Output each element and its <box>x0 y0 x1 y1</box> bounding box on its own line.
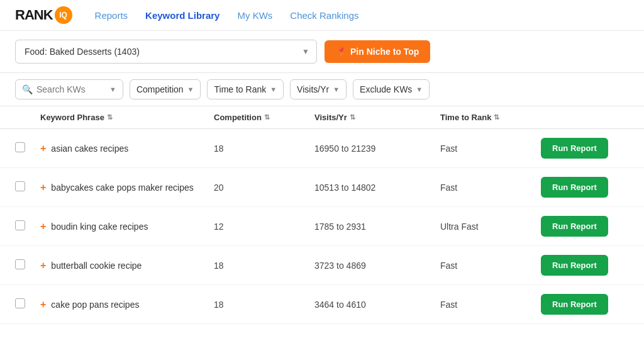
time-to-rank-filter-label: Time to Rank <box>214 84 266 94</box>
col-visits[interactable]: Visits/Yr ⇅ <box>314 113 440 122</box>
competition-filter-arrow-icon: ▼ <box>187 86 194 93</box>
row-checkbox-wrap <box>15 298 40 310</box>
col-visits-label: Visits/Yr <box>314 113 347 122</box>
col-competition-label: Competition <box>214 113 262 122</box>
nav-check-rankings[interactable]: Check Rankings <box>290 10 358 21</box>
table-row: + asian cakes recipes 18 16950 to 21239 … <box>0 129 644 168</box>
col-time-label: Time to Rank <box>440 113 491 122</box>
row-keyword: + butterball cookie recipe <box>40 260 214 271</box>
table-row: + boudin king cake recipes 12 1785 to 29… <box>0 207 644 246</box>
niche-select[interactable]: Food: Baked Desserts (1403) <box>15 40 317 64</box>
add-keyword-icon[interactable]: + <box>40 143 46 154</box>
row-keyword: + babycakes cake pops maker recipes <box>40 182 214 193</box>
logo: RANK IQ <box>15 6 72 24</box>
exclude-kws-filter-arrow-icon: ▼ <box>416 86 423 93</box>
row-action: Run Report <box>541 294 629 315</box>
row-checkbox-wrap <box>15 142 40 154</box>
search-input[interactable] <box>36 84 106 94</box>
row-time-to-rank: Fast <box>440 183 541 193</box>
col-competition-sort-icon: ⇅ <box>264 113 270 121</box>
col-visits-sort-icon: ⇅ <box>350 113 355 121</box>
row-competition: 20 <box>214 183 314 193</box>
header: RANK IQ Reports Keyword Library My KWs C… <box>0 0 644 31</box>
competition-filter[interactable]: Competition ▼ <box>130 79 201 99</box>
row-action: Run Report <box>541 177 629 198</box>
col-action <box>541 113 629 122</box>
add-keyword-icon[interactable]: + <box>40 299 46 310</box>
time-to-rank-filter-arrow-icon: ▼ <box>270 86 277 93</box>
row-checkbox[interactable] <box>15 259 25 269</box>
table-row: + cake pop pans recipes 18 3464 to 4610 … <box>0 285 644 324</box>
search-filter[interactable]: 🔍 ▼ <box>15 79 123 99</box>
table-row: + butterball cookie recipe 18 3723 to 48… <box>0 246 644 285</box>
visits-filter[interactable]: Visits/Yr ▼ <box>290 79 347 99</box>
main-nav: Reports Keyword Library My KWs Check Ran… <box>95 10 359 21</box>
col-keyword-sort-icon: ⇅ <box>107 113 113 121</box>
row-visits: 16950 to 21239 <box>314 143 440 154</box>
row-keyword: + cake pop pans recipes <box>40 299 214 310</box>
row-competition: 18 <box>214 300 314 310</box>
row-visits: 10513 to 14802 <box>314 183 440 193</box>
row-checkbox-wrap <box>15 181 40 193</box>
niche-select-wrap: Food: Baked Desserts (1403) ▼ <box>15 40 317 64</box>
col-time-sort-icon: ⇅ <box>494 113 499 121</box>
col-time-to-rank[interactable]: Time to Rank ⇅ <box>440 113 541 122</box>
keyword-phrase-text: babycakes cake pops maker recipes <box>51 183 193 193</box>
nav-reports[interactable]: Reports <box>95 10 128 21</box>
pin-icon: 📍 <box>336 47 347 57</box>
row-checkbox[interactable] <box>15 181 25 191</box>
row-keyword: + asian cakes recipes <box>40 143 214 154</box>
search-icon: 🔍 <box>22 84 33 94</box>
table-row: + babycakes cake pops maker recipes 20 1… <box>0 168 644 207</box>
row-time-to-rank: Fast <box>440 300 541 310</box>
exclude-kws-filter[interactable]: Exclude KWs ▼ <box>353 79 430 99</box>
row-visits: 3723 to 4869 <box>314 261 440 271</box>
keyword-phrase-text: asian cakes recipes <box>51 143 128 154</box>
time-to-rank-filter[interactable]: Time to Rank ▼ <box>207 79 284 99</box>
keyword-phrase-text: boudin king cake recipes <box>51 222 148 232</box>
row-visits: 3464 to 4610 <box>314 300 440 310</box>
col-checkbox <box>15 113 40 122</box>
row-time-to-rank: Fast <box>440 143 541 154</box>
toolbar: Food: Baked Desserts (1403) ▼ 📍 Pin Nich… <box>0 31 644 73</box>
row-checkbox[interactable] <box>15 220 25 230</box>
run-report-button[interactable]: Run Report <box>541 255 608 276</box>
visits-filter-arrow-icon: ▼ <box>333 86 340 93</box>
run-report-button[interactable]: Run Report <box>541 216 608 237</box>
pin-btn-label: Pin Niche to Top <box>350 47 419 57</box>
row-action: Run Report <box>541 216 629 237</box>
row-checkbox[interactable] <box>15 142 25 152</box>
run-report-button[interactable]: Run Report <box>541 138 608 159</box>
row-competition: 18 <box>214 261 314 271</box>
row-time-to-rank: Fast <box>440 261 541 271</box>
add-keyword-icon[interactable]: + <box>40 182 46 193</box>
logo-text: RANK <box>15 7 53 23</box>
keyword-phrase-text: butterball cookie recipe <box>51 261 142 271</box>
add-keyword-icon[interactable]: + <box>40 221 46 232</box>
row-action: Run Report <box>541 255 629 276</box>
table-header: Keyword Phrase ⇅ Competition ⇅ Visits/Yr… <box>0 106 644 129</box>
col-keyword-label: Keyword Phrase <box>40 113 104 122</box>
pin-niche-button[interactable]: 📍 Pin Niche to Top <box>325 40 430 63</box>
table-body: + asian cakes recipes 18 16950 to 21239 … <box>0 129 644 324</box>
logo-iq-badge: IQ <box>55 6 72 24</box>
visits-filter-label: Visits/Yr <box>297 84 329 94</box>
col-competition[interactable]: Competition ⇅ <box>214 113 314 122</box>
add-keyword-icon[interactable]: + <box>40 260 46 271</box>
row-time-to-rank: Ultra Fast <box>440 222 541 232</box>
row-action: Run Report <box>541 138 629 159</box>
row-competition: 12 <box>214 222 314 232</box>
col-keyword-phrase[interactable]: Keyword Phrase ⇅ <box>40 113 214 122</box>
nav-keyword-library[interactable]: Keyword Library <box>145 10 219 21</box>
competition-filter-label: Competition <box>136 84 184 94</box>
run-report-button[interactable]: Run Report <box>541 177 608 198</box>
row-checkbox-wrap <box>15 220 40 232</box>
nav-my-kws[interactable]: My KWs <box>237 10 272 21</box>
row-keyword: + boudin king cake recipes <box>40 221 214 232</box>
exclude-kws-filter-label: Exclude KWs <box>360 84 412 94</box>
keyword-phrase-text: cake pop pans recipes <box>51 300 139 310</box>
run-report-button[interactable]: Run Report <box>541 294 608 315</box>
row-competition: 18 <box>214 143 314 154</box>
row-visits: 1785 to 2931 <box>314 222 440 232</box>
row-checkbox[interactable] <box>15 298 25 308</box>
